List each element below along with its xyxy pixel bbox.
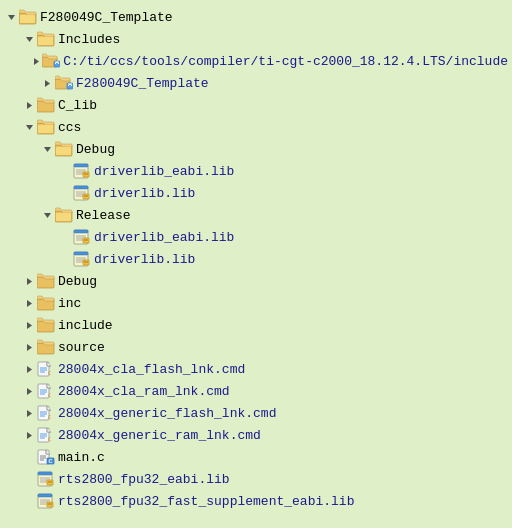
tree-item-label: inc [58,296,81,311]
tree-item-cmd2[interactable]: C 28004x_cla_ram_lnk.cmd [4,380,508,402]
tree-toggle[interactable] [22,384,36,398]
tree-toggle[interactable] [40,76,54,90]
tree-item-main_c[interactable]: C main.c [4,446,508,468]
folder-icon [37,273,55,289]
tree-item-rts2[interactable]: rts2800_fpu32_fast_supplement_eabi.lib [4,490,508,512]
folder-link-icon [42,53,60,69]
tree-toggle [58,186,72,200]
tree-item-cmd1[interactable]: C 28004x_cla_flash_lnk.cmd [4,358,508,380]
svg-marker-9 [45,80,50,87]
tree-item-debug[interactable]: Debug [4,138,508,160]
svg-marker-6 [34,58,39,65]
tree-item-label: main.c [58,450,105,465]
svg-rect-16 [38,125,53,133]
folder-icon [37,295,55,311]
svg-marker-55 [27,322,32,329]
tree-toggle [22,472,36,486]
tree-item-c_lib[interactable]: C_lib [4,94,508,116]
folder-open-icon [55,141,73,157]
lib-icon [73,251,91,267]
cmd-icon: C [37,383,55,399]
tree-item-cmd3[interactable]: C 28004x_generic_flash_lnk.cmd [4,402,508,424]
tree-item-inc[interactable]: inc [4,292,508,314]
svg-rect-5 [38,37,53,45]
tree-item-ccs[interactable]: ccs [4,116,508,138]
lib-icon [73,229,91,245]
tree-item-label: 28004x_cla_ram_lnk.cmd [58,384,230,399]
tree-toggle[interactable] [22,98,36,112]
tree-item-label: F280049C_Template [40,10,173,25]
tree-toggle [22,450,36,464]
tree-item-label: include [58,318,113,333]
svg-marker-34 [44,213,51,218]
tree-item-label: driverlib.lib [94,252,195,267]
tree-item-label: 28004x_generic_flash_lnk.cmd [58,406,276,421]
svg-marker-3 [26,37,33,42]
tree-item-label: rts2800_fpu32_eabi.lib [58,472,230,487]
svg-marker-17 [44,147,51,152]
tree-toggle[interactable] [31,54,41,68]
tree-item-driverlib_eabi_release[interactable]: driverlib_eabi.lib [4,226,508,248]
tree-item-rts1[interactable]: rts2800_fpu32_eabi.lib [4,468,508,490]
svg-marker-59 [27,366,32,373]
tree-toggle[interactable] [4,10,18,24]
tree-toggle[interactable] [22,32,36,46]
tree-item-label: F280049C_Template [76,76,209,91]
tree-item-cmd4[interactable]: C 28004x_generic_ram_lnk.cmd [4,424,508,446]
tree-item-debug_root[interactable]: Debug [4,270,508,292]
tree-item-label: ccs [58,120,81,135]
svg-marker-53 [27,300,32,307]
tree-toggle [22,494,36,508]
svg-rect-97 [38,494,52,497]
svg-text:C: C [48,392,51,398]
tree-item-include[interactable]: include [4,314,508,336]
tree-item-release[interactable]: Release [4,204,508,226]
tree-item-includes-path1[interactable]: C:/ti/ccs/tools/compiler/ti-cgt-c2000_18… [4,50,508,72]
svg-text:C: C [48,414,51,420]
svg-rect-36 [56,213,71,221]
tree-item-label: driverlib_eabi.lib [94,230,234,245]
svg-rect-21 [74,164,88,167]
tree-toggle[interactable] [22,318,36,332]
tree-toggle[interactable] [22,428,36,442]
svg-rect-42 [83,238,89,243]
folder-open-icon [55,207,73,223]
svg-rect-28 [74,186,88,189]
tree-toggle[interactable] [22,406,36,420]
folder-open-icon [37,119,55,135]
tree-item-includes[interactable]: Includes [4,28,508,50]
tree-item-label: Release [76,208,131,223]
tree-item-source[interactable]: source [4,336,508,358]
svg-rect-45 [74,252,88,255]
svg-marker-12 [27,102,32,109]
tree-item-root[interactable]: F280049C_Template [4,6,508,28]
tree-item-includes-path2[interactable]: F280049C_Template [4,72,508,94]
tree-toggle[interactable] [22,274,36,288]
tree-toggle[interactable] [22,340,36,354]
svg-rect-49 [83,260,89,265]
tree-toggle [58,230,72,244]
tree-toggle[interactable] [22,120,36,134]
lib-icon [37,471,55,487]
tree-item-label: 28004x_generic_ram_lnk.cmd [58,428,261,443]
tree-item-label: C:/ti/ccs/tools/compiler/ti-cgt-c2000_18… [63,54,508,69]
lib-icon [73,163,91,179]
file-tree: F280049C_Template Includes C:/ti/ccs/too… [0,0,512,518]
svg-text:C: C [48,370,51,376]
tree-toggle[interactable] [40,142,54,156]
tree-item-label: 28004x_cla_flash_lnk.cmd [58,362,245,377]
lib-icon [73,185,91,201]
svg-rect-25 [83,172,89,177]
lib-icon [37,493,55,509]
svg-rect-38 [74,230,88,233]
svg-rect-32 [83,194,89,199]
tree-toggle[interactable] [22,362,36,376]
tree-item-driverlib_debug[interactable]: driverlib.lib [4,182,508,204]
tree-item-driverlib_eabi_debug[interactable]: driverlib_eabi.lib [4,160,508,182]
tree-toggle[interactable] [22,296,36,310]
svg-marker-77 [27,432,32,439]
tree-toggle[interactable] [40,208,54,222]
svg-rect-19 [56,147,71,155]
tree-item-driverlib_release[interactable]: driverlib.lib [4,248,508,270]
folder-open-icon [19,9,37,25]
